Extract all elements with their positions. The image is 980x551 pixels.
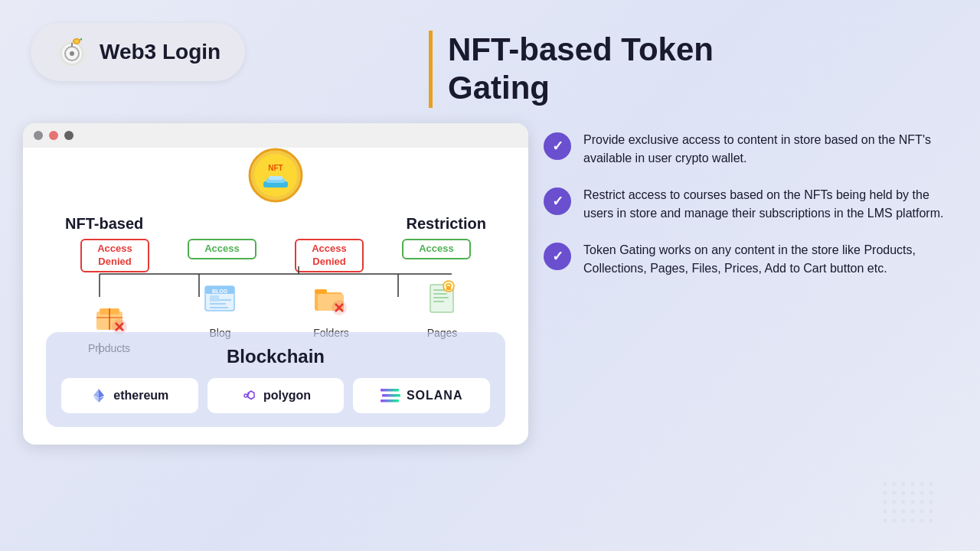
- svg-point-67: [929, 491, 933, 495]
- svg-point-68: [884, 500, 887, 504]
- polygon-icon: [240, 387, 257, 404]
- blockchain-title: Blockchain: [61, 346, 490, 367]
- svg-point-78: [920, 510, 924, 514]
- svg-point-58: [902, 482, 906, 486]
- solana-icon: [381, 389, 400, 403]
- svg-point-75: [893, 510, 897, 514]
- feature-item-1: Provide exclusive access to content in s…: [544, 131, 949, 168]
- svg-marker-46: [93, 389, 99, 398]
- browser-window: NFT NFT-based Restriction: [23, 123, 528, 445]
- ethereum-logo: ethereum: [61, 378, 198, 413]
- svg-point-79: [929, 510, 933, 514]
- svg-point-50: [244, 394, 247, 397]
- svg-point-69: [893, 500, 897, 504]
- svg-point-74: [884, 510, 887, 514]
- blockchain-logos: ethereum polygon: [61, 378, 490, 413]
- check-circle-3: [544, 243, 571, 270]
- browser-titlebar: [23, 123, 528, 148]
- svg-point-64: [902, 491, 906, 495]
- svg-point-8: [254, 154, 297, 197]
- svg-point-63: [893, 491, 897, 495]
- svg-rect-55: [381, 399, 399, 403]
- feature-text-3: Token Gating works on any content in the…: [583, 241, 949, 278]
- svg-point-65: [911, 491, 915, 495]
- feature-text-1: Provide exclusive access to content in s…: [583, 131, 949, 168]
- dot-dark: [64, 131, 74, 140]
- svg-point-59: [911, 482, 915, 486]
- svg-point-83: [911, 519, 915, 523]
- check-circle-1: [544, 132, 571, 160]
- svg-point-6: [74, 40, 79, 44]
- solana-logo: SOLANA: [353, 378, 490, 413]
- main-heading: NFT-based Token Gating: [448, 31, 949, 108]
- svg-marker-49: [99, 396, 104, 403]
- svg-point-72: [920, 500, 924, 504]
- dots-decoration: [880, 479, 942, 528]
- svg-point-3: [70, 51, 74, 56]
- svg-point-61: [929, 482, 933, 486]
- svg-point-57: [893, 482, 897, 486]
- diagram-content: NFT NFT-based Restriction: [23, 148, 528, 439]
- solana-text: SOLANA: [407, 389, 463, 403]
- svg-rect-53: [381, 389, 399, 392]
- svg-point-71: [911, 500, 915, 504]
- polygon-text: polygon: [263, 389, 311, 403]
- svg-point-84: [920, 519, 924, 523]
- dot-gray: [34, 131, 43, 140]
- logo-text: Web3 Login: [100, 40, 220, 64]
- svg-text:NFT: NFT: [268, 164, 283, 172]
- blockchain-section: Blockchain ethereum: [46, 332, 505, 427]
- svg-rect-12: [269, 176, 283, 180]
- svg-line-52: [247, 396, 250, 398]
- diagram-panel: NFT NFT-based Restriction: [23, 123, 528, 536]
- access-badge-2: Access: [402, 239, 471, 259]
- svg-point-60: [920, 482, 924, 486]
- heading-border: NFT-based Token Gating: [429, 31, 949, 108]
- heading-area: NFT-based Token Gating: [276, 23, 949, 108]
- feature-text-2: Restrict access to courses based on the …: [583, 186, 949, 223]
- svg-marker-47: [99, 389, 104, 398]
- dot-salmon: [49, 131, 58, 140]
- ethereum-text: ethereum: [113, 389, 168, 403]
- svg-point-56: [884, 482, 887, 486]
- svg-point-77: [911, 510, 915, 514]
- svg-point-81: [893, 519, 897, 523]
- logo-badge: Web3 Login: [31, 23, 245, 81]
- ethereum-icon: [90, 387, 107, 404]
- polygon-logo: polygon: [207, 378, 345, 413]
- svg-point-70: [902, 500, 906, 504]
- svg-point-76: [902, 510, 906, 514]
- restriction-label: Restriction: [407, 215, 486, 233]
- svg-rect-54: [382, 394, 400, 397]
- svg-point-66: [920, 491, 924, 495]
- svg-point-73: [929, 500, 933, 504]
- features-panel: Provide exclusive access to content in s…: [544, 123, 949, 536]
- feature-item-3: Token Gating works on any content in the…: [544, 241, 949, 278]
- svg-point-62: [884, 491, 887, 495]
- check-circle-2: [544, 187, 571, 215]
- svg-point-82: [902, 519, 906, 523]
- svg-point-80: [884, 519, 887, 523]
- nft-based-label: NFT-based: [65, 215, 143, 233]
- access-badge-1: Access: [188, 239, 256, 259]
- nft-coin-icon: NFT: [248, 148, 303, 203]
- svg-marker-48: [93, 396, 99, 403]
- feature-item-2: Restrict access to courses based on the …: [544, 186, 949, 223]
- logo-icon: [54, 34, 90, 70]
- svg-point-85: [929, 519, 933, 523]
